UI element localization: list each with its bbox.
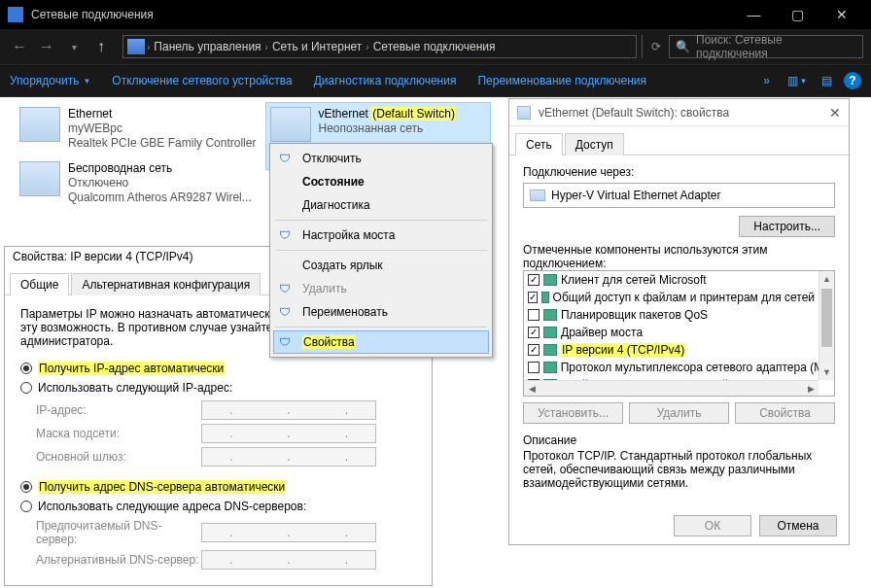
up-button[interactable]: ↑ [89,35,113,58]
back-button[interactable]: ← [8,35,31,58]
search-icon: 🔍 [676,40,690,53]
label-dns1: Предпочитаемый DNS-сервер: [36,519,201,546]
radio-icon [20,382,32,394]
preview-pane-button[interactable]: ▤ [815,69,838,92]
address-bar[interactable]: › Панель управления › Сеть и Интернет › … [122,35,637,58]
nic-icon [19,161,60,196]
history-dropdown[interactable]: ▾ [62,35,86,58]
checkbox[interactable] [528,309,540,321]
vertical-scrollbar[interactable]: ▲ ▼ [819,271,834,380]
tab-sharing[interactable]: Доступ [565,133,624,156]
horizontal-scrollbar[interactable]: ◀ ▶ [524,380,819,396]
components-list[interactable]: Клиент для сетей MicrosoftОбщий доступ к… [523,270,835,397]
component-item[interactable]: Общий доступ к файлам и принтерам для се… [524,289,834,306]
minimize-button[interactable]: — [732,0,776,29]
command-bar: Упорядочить▼ Отключение сетевого устройс… [0,64,871,97]
close-button[interactable]: ✕ [819,0,863,29]
checkbox[interactable] [528,344,540,356]
component-name: Протокол мультиплексора сетевого адаптер… [561,361,830,374]
properties-button[interactable]: Свойства [735,402,835,424]
breadcrumb-seg-1[interactable]: Панель управления [150,40,264,53]
breadcrumb-seg-3[interactable]: Сетевые подключения [369,40,500,53]
component-item[interactable]: Протокол мультиплексора сетевого адаптер… [524,359,834,376]
radio-auto-dns[interactable]: Получить адрес DNS-сервера автоматически [20,480,416,494]
uninstall-button[interactable]: Удалить [629,402,729,424]
view-layout-button[interactable]: ▥ ▼ [785,69,809,92]
forward-button[interactable]: → [35,35,58,58]
install-button[interactable]: Установить... [523,402,623,424]
component-item[interactable]: Драйвер моста [524,324,834,341]
network-connections-window: Сетевые подключения — ▢ ✕ ← → ▾ ↑ › Пане… [0,0,871,588]
titlebar: Сетевые подключения — ▢ ✕ [0,0,871,29]
scroll-up-arrow[interactable]: ▲ [819,271,834,287]
checkbox[interactable] [528,292,538,303]
component-item[interactable]: Клиент для сетей Microsoft [524,271,834,289]
ok-button[interactable]: ОК [674,515,751,536]
ctx-properties[interactable]: Свойства [273,330,489,354]
ctx-delete[interactable]: Удалить [273,277,489,300]
tab-general[interactable]: Общие [10,273,69,295]
scroll-down-arrow[interactable]: ▼ [819,364,834,380]
adapter-name: Hyper-V Virtual Ethernet Adapter [551,189,721,202]
chevron-down-icon: ▼ [83,77,90,86]
label-ip: IP-адрес: [36,403,201,417]
connection-device: Qualcomm Atheros AR9287 Wirel... [68,190,252,205]
components-label: Отмеченные компоненты используются этим … [523,243,835,270]
cancel-button[interactable]: Отмена [759,515,837,536]
organize-menu[interactable]: Упорядочить▼ [10,74,90,87]
shield-icon [277,281,293,296]
ctx-shortcut[interactable]: Создать ярлык [273,254,489,277]
maximize-button[interactable]: ▢ [776,0,819,29]
connection-name: Беспроводная сеть [68,161,252,176]
rename-connection-button[interactable]: Переименование подключения [477,74,646,87]
component-icon [543,344,557,356]
configure-button[interactable]: Настроить... [739,216,835,237]
label-mask: Маска подсети: [36,427,201,440]
breadcrumb-seg-2[interactable]: Сеть и Интернет [268,40,366,53]
scroll-right-arrow[interactable]: ▶ [803,381,819,396]
more-actions[interactable]: » [763,74,770,87]
checkbox[interactable] [528,327,540,338]
tab-alt-config[interactable]: Альтернативная конфигурация [71,273,261,295]
close-button[interactable]: ✕ [829,105,841,121]
radio-auto-ip[interactable]: Получить IP-адрес автоматически [20,362,416,375]
ctx-rename[interactable]: Переименовать [273,300,489,324]
connection-name: Ethernet [68,107,256,121]
component-icon [543,327,557,338]
shield-icon [277,304,293,320]
radio-icon [20,481,32,493]
component-icon [541,292,549,303]
component-icon [543,274,557,286]
adapter-field: Hyper-V Virtual Ethernet Adapter [523,183,835,208]
dns1-input: ... [201,523,376,542]
component-item[interactable]: IP версии 4 (TCP/IPv4) [524,341,834,359]
shield-icon [277,334,293,350]
radio-icon [20,363,32,374]
checkbox[interactable] [528,362,540,373]
component-name: Драйвер моста [561,326,643,339]
radio-static-ip[interactable]: Использовать следующий IP-адрес: [20,381,416,395]
connection-wlan[interactable]: Беспроводная сеть Отключено Qualcomm Ath… [16,157,256,209]
ctx-diagnose[interactable]: Диагностика [273,193,489,217]
connection-ethernet[interactable]: Ethernet myWEBpc Realtek PCIe GBE Family… [16,103,260,155]
checkbox[interactable] [528,274,540,286]
search-input[interactable]: 🔍 Поиск: Сетевые подключения [669,35,863,58]
search-placeholder: Поиск: Сетевые подключения [696,33,856,60]
component-item[interactable]: Планировщик пакетов QoS [524,306,834,324]
scroll-left-arrow[interactable]: ◀ [524,381,540,396]
radio-static-dns[interactable]: Использовать следующие адреса DNS-сервер… [20,500,416,513]
refresh-button[interactable]: ⟳ [642,35,669,58]
component-name: IP версии 4 (TCP/IPv4) [561,343,685,357]
menu-separator [275,327,487,328]
diagnose-button[interactable]: Диагностика подключения [314,74,457,87]
shield-icon [277,151,293,166]
nic-icon [517,106,531,120]
help-button[interactable]: ? [844,72,861,89]
scrollbar-thumb[interactable] [821,289,832,347]
description-title: Описание [523,433,835,447]
ctx-bridge[interactable]: Настройка моста [273,224,489,247]
ctx-status[interactable]: Состояние [273,170,489,193]
ctx-disable[interactable]: Отключить [273,147,489,170]
tab-network[interactable]: Сеть [515,133,563,156]
disable-device-button[interactable]: Отключение сетевого устройства [112,74,292,87]
